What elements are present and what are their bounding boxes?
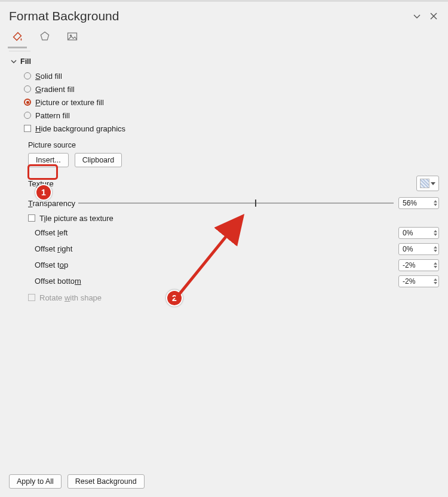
- tab-fill[interactable]: [9, 28, 26, 45]
- clipboard-button[interactable]: Clipboard: [75, 153, 122, 167]
- insert-button[interactable]: Insert...: [28, 153, 69, 167]
- texture-swatch-icon: [420, 179, 429, 188]
- close-button[interactable]: [428, 11, 439, 22]
- pane-title: Format Background: [9, 9, 406, 23]
- section-fill-label: Fill: [20, 57, 31, 66]
- transparency-spinner[interactable]: 56%: [398, 197, 439, 209]
- offset-bottom-spinner[interactable]: -2%: [398, 275, 439, 287]
- radio-solid-fill[interactable]: Solid fill: [24, 69, 439, 82]
- check-rotate-with-shape: Rotate with shape: [24, 289, 439, 302]
- reset-background-button[interactable]: Reset Background: [67, 474, 145, 489]
- texture-picker[interactable]: [416, 176, 439, 191]
- check-tile-picture[interactable]: Tile picture as texture: [24, 209, 439, 222]
- radio-picture-texture-fill[interactable]: Picture or texture fill: [24, 96, 439, 109]
- offset-left-label: Offset left: [35, 228, 398, 237]
- texture-label: Texture: [28, 179, 416, 188]
- section-fill-header[interactable]: Fill: [0, 51, 448, 69]
- tab-effects[interactable]: [36, 28, 53, 45]
- spinner-up-icon[interactable]: [434, 200, 437, 203]
- radio-pattern-fill[interactable]: Pattern fill: [24, 109, 439, 122]
- apply-to-all-button[interactable]: Apply to All: [9, 474, 62, 489]
- picture-source-label: Picture source: [24, 135, 439, 153]
- offset-bottom-label: Offset bottom: [35, 277, 398, 286]
- collapse-button[interactable]: [412, 11, 422, 22]
- transparency-slider[interactable]: [78, 198, 394, 208]
- transparency-label: Transparency: [28, 199, 73, 208]
- offset-right-spinner[interactable]: 0%: [398, 243, 439, 255]
- svg-marker-2: [41, 32, 48, 40]
- check-hide-background[interactable]: Hide background graphics: [24, 122, 439, 135]
- chevron-down-icon: [431, 182, 435, 185]
- offset-right-label: Offset right: [35, 244, 398, 253]
- offset-left-spinner[interactable]: 0%: [398, 227, 439, 239]
- tab-picture[interactable]: [64, 28, 81, 45]
- offset-top-spinner[interactable]: -2%: [398, 259, 439, 271]
- offset-top-label: Offset top: [35, 260, 398, 269]
- spinner-down-icon[interactable]: [434, 204, 437, 206]
- radio-gradient-fill[interactable]: Gradient fill: [24, 82, 439, 96]
